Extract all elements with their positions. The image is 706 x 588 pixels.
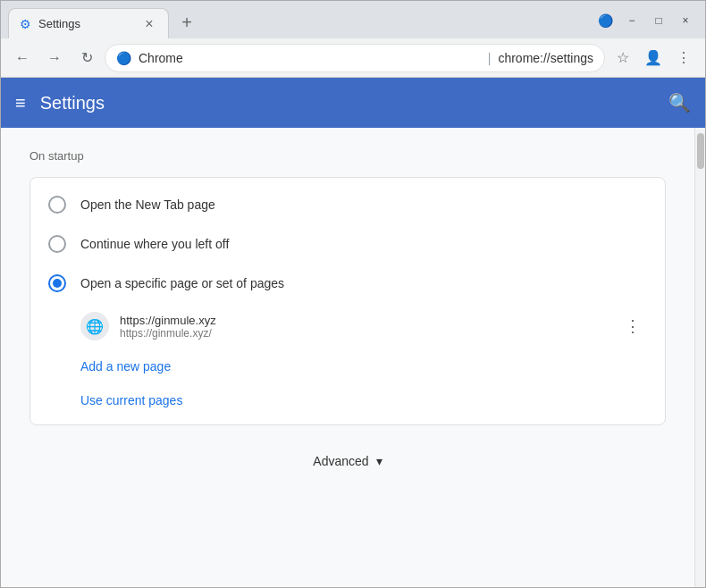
scrollbar-thumb[interactable] (697, 133, 704, 169)
add-page-link-container: Add a new page (30, 349, 665, 383)
settings-search-button[interactable]: 🔍 (668, 92, 691, 113)
site-name: Chrome (139, 51, 481, 65)
use-current-pages-link[interactable]: Use current pages (80, 393, 182, 407)
settings-header: ≡ Settings 🔍 (1, 78, 705, 128)
radio-circle-specific (48, 274, 66, 292)
advanced-label[interactable]: Advanced (313, 454, 368, 468)
bookmark-button[interactable]: ☆ (609, 44, 637, 72)
page-menu-button[interactable]: ⋮ (618, 312, 647, 340)
tab-favicon-icon: ⚙ (20, 17, 31, 31)
radio-label-continue: Continue where you left off (80, 237, 229, 251)
profile-button[interactable]: 👤 (639, 44, 668, 72)
tab-close-button[interactable]: × (141, 16, 157, 32)
content-area: On startup Open the New Tab page Continu… (1, 128, 705, 587)
title-bar: ⚙ Settings × + 🔵 − □ × (1, 1, 705, 38)
section-title: On startup (29, 149, 666, 163)
tab-title: Settings (38, 17, 134, 30)
address-divider: | (488, 51, 492, 65)
advanced-section: Advanced ▾ (29, 433, 666, 490)
address-url: chrome://settings (498, 51, 593, 65)
site-favicon-icon: 🔵 (116, 51, 131, 65)
radio-circle-newtab (48, 196, 66, 214)
radio-option-newtab[interactable]: Open the New Tab page (30, 185, 665, 224)
scrollbar-track[interactable] (694, 128, 705, 587)
reload-button[interactable]: ↻ (72, 44, 101, 72)
startup-page-entry: 🌐 https://ginmule.xyz https://ginmule.xy… (30, 303, 665, 349)
radio-option-specific[interactable]: Open a specific page or set of pages (30, 264, 665, 303)
tab-strip: ⚙ Settings × + (8, 8, 593, 38)
radio-label-specific: Open a specific page or set of pages (80, 276, 284, 290)
close-window-button[interactable]: × (673, 8, 698, 33)
maximize-button[interactable]: □ (646, 8, 671, 33)
forward-button[interactable]: → (40, 44, 69, 72)
address-bar[interactable]: 🔵 Chrome | chrome://settings (105, 44, 605, 72)
add-page-link[interactable]: Add a new page (80, 359, 171, 374)
main-content: On startup Open the New Tab page Continu… (1, 128, 694, 587)
minimize-button[interactable]: − (619, 8, 644, 33)
page-info: https://ginmule.xyz https://ginmule.xyz/ (120, 314, 608, 340)
menu-button[interactable]: ⋮ (669, 44, 698, 72)
startup-options-box: Open the New Tab page Continue where you… (29, 177, 666, 425)
nav-actions: ☆ 👤 ⋮ (609, 44, 698, 72)
radio-circle-continue (48, 235, 66, 253)
page-url-secondary: https://ginmule.xyz/ (120, 327, 608, 340)
settings-tab[interactable]: ⚙ Settings × (8, 8, 169, 38)
back-button[interactable]: ← (8, 44, 37, 72)
settings-page-title: Settings (40, 93, 105, 113)
settings-header-left: ≡ Settings (15, 93, 105, 113)
radio-option-continue[interactable]: Continue where you left off (30, 224, 665, 264)
use-current-pages-link-container: Use current pages (30, 383, 665, 417)
page-url-primary: https://ginmule.xyz (120, 314, 608, 327)
advanced-arrow-icon[interactable]: ▾ (376, 454, 382, 468)
new-tab-button[interactable]: + (172, 8, 201, 37)
page-favicon-icon: 🌐 (80, 312, 109, 340)
extension-icon[interactable]: 🔵 (593, 8, 618, 33)
navigation-bar: ← → ↻ 🔵 Chrome | chrome://settings ☆ 👤 ⋮ (1, 38, 705, 78)
radio-label-newtab: Open the New Tab page (80, 197, 215, 212)
hamburger-menu-button[interactable]: ≡ (15, 93, 26, 113)
